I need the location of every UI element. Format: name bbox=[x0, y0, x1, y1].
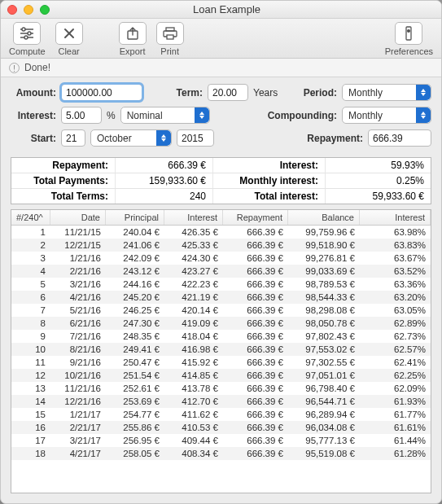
cell: 241.06 € bbox=[106, 239, 164, 252]
schedule-body[interactable]: 111/21/15240.04 €426.35 €666.39 €99,759.… bbox=[11, 226, 431, 493]
compounding-select[interactable]: Monthly bbox=[342, 107, 431, 124]
column-header[interactable]: Balance bbox=[288, 210, 360, 225]
column-header[interactable]: Repayment bbox=[223, 210, 288, 225]
compounding-value: Monthly bbox=[348, 110, 383, 121]
table-row[interactable]: 42/21/16243.12 €423.27 €666.39 €99,033.6… bbox=[11, 265, 431, 278]
cell: 250.47 € bbox=[106, 356, 164, 369]
cell: 7 bbox=[11, 304, 50, 317]
column-header[interactable]: #/240^ bbox=[11, 210, 50, 225]
table-row[interactable]: 1412/21/16253.69 €412.70 €666.39 €96,544… bbox=[11, 395, 431, 408]
table-row[interactable]: 212/21/15241.06 €425.33 €666.39 €99,518.… bbox=[11, 239, 431, 252]
cell: 408.34 € bbox=[164, 447, 223, 460]
svg-rect-11 bbox=[167, 35, 173, 39]
cell: 255.86 € bbox=[106, 421, 164, 434]
print-button[interactable]: Print bbox=[156, 22, 184, 56]
start-day-field[interactable] bbox=[61, 129, 85, 147]
table-row[interactable]: 184/21/17258.05 €408.34 €666.39 €95,519.… bbox=[11, 447, 431, 460]
cell: 1/21/17 bbox=[50, 408, 106, 421]
cell: 666.39 € bbox=[223, 304, 288, 317]
summary-value: 59.93% bbox=[326, 158, 431, 173]
table-row[interactable]: 119/21/16250.47 €415.92 €666.39 €97,302.… bbox=[11, 356, 431, 369]
cell: 14 bbox=[11, 395, 50, 408]
column-header[interactable]: Date bbox=[50, 210, 106, 225]
cell: 411.62 € bbox=[164, 408, 223, 421]
interest-field[interactable] bbox=[61, 107, 102, 124]
cell: 12/21/15 bbox=[50, 239, 106, 252]
table-row[interactable]: 108/21/16249.41 €416.98 €666.39 €97,553.… bbox=[11, 343, 431, 356]
cell: 256.95 € bbox=[106, 434, 164, 447]
table-row[interactable]: 31/21/16242.09 €424.30 €666.39 €99,276.8… bbox=[11, 252, 431, 265]
cell: 17 bbox=[11, 434, 50, 447]
term-field[interactable] bbox=[208, 84, 248, 101]
cell: 248.35 € bbox=[106, 330, 164, 343]
period-select[interactable]: Monthly bbox=[342, 84, 431, 101]
cell: 2 bbox=[11, 239, 50, 252]
cell: 63.83% bbox=[360, 239, 431, 252]
cell: 8 bbox=[11, 317, 50, 330]
cell: 98,050.78 € bbox=[288, 317, 360, 330]
interest-type-select[interactable]: Nominal bbox=[120, 107, 210, 124]
preferences-icon bbox=[403, 25, 414, 42]
summary-row: Repayment:666.39 €Interest:59.93% bbox=[11, 158, 431, 173]
amount-field[interactable] bbox=[61, 84, 142, 101]
clear-button[interactable]: Clear bbox=[55, 22, 83, 56]
table-row[interactable]: 151/21/17254.77 €411.62 €666.39 €96,289.… bbox=[11, 408, 431, 421]
table-row[interactable]: 53/21/16244.16 €422.23 €666.39 €98,789.5… bbox=[11, 278, 431, 291]
table-row[interactable]: 1311/21/16252.61 €413.78 €666.39 €96,798… bbox=[11, 382, 431, 395]
cell: 9 bbox=[11, 330, 50, 343]
cell: 96,034.08 € bbox=[288, 421, 360, 434]
chevron-updown-icon bbox=[195, 107, 209, 123]
summary-value: 59,933.60 € bbox=[326, 189, 431, 204]
cell: 426.35 € bbox=[164, 226, 223, 239]
schedule-header[interactable]: #/240^DatePrincipalInterestRepaymentBala… bbox=[11, 210, 431, 226]
cell: 11 bbox=[11, 356, 50, 369]
cell: 666.39 € bbox=[223, 447, 288, 460]
cell: 666.39 € bbox=[223, 343, 288, 356]
cell: 244.16 € bbox=[106, 278, 164, 291]
start-year-field[interactable] bbox=[177, 129, 214, 147]
toolbar: Compute Clear Export Prin bbox=[1, 19, 441, 59]
cell: 10 bbox=[11, 343, 50, 356]
table-row[interactable]: 86/21/16247.30 €419.09 €666.39 €98,050.7… bbox=[11, 317, 431, 330]
export-button[interactable]: Export bbox=[119, 22, 147, 56]
cell: 666.39 € bbox=[223, 395, 288, 408]
cell: 99,759.96 € bbox=[288, 226, 360, 239]
summary-value: 159,933.60 € bbox=[116, 173, 213, 189]
cell: 666.39 € bbox=[223, 252, 288, 265]
sliders-icon bbox=[19, 27, 35, 40]
svg-point-13 bbox=[408, 30, 410, 33]
svg-rect-12 bbox=[406, 27, 411, 40]
table-row[interactable]: 97/21/16248.35 €418.04 €666.39 €97,802.4… bbox=[11, 330, 431, 343]
column-header[interactable]: Interest bbox=[164, 210, 223, 225]
cell: 16 bbox=[11, 421, 50, 434]
cell: 666.39 € bbox=[223, 239, 288, 252]
column-header[interactable]: Principal bbox=[106, 210, 164, 225]
table-row[interactable]: 162/21/17255.86 €410.53 €666.39 €96,034.… bbox=[11, 421, 431, 434]
preferences-button[interactable]: Preferences bbox=[385, 22, 433, 56]
cell: 7/21/16 bbox=[50, 330, 106, 343]
app-window: Loan Example Compute Clear bbox=[0, 0, 442, 504]
cell: 666.39 € bbox=[223, 265, 288, 278]
repayment-field[interactable] bbox=[368, 129, 431, 147]
status-message: Done! bbox=[24, 62, 50, 73]
table-row[interactable]: 173/21/17256.95 €409.44 €666.39 €95,777.… bbox=[11, 434, 431, 447]
close-window-button[interactable] bbox=[7, 5, 17, 15]
table-row[interactable]: 111/21/15240.04 €426.35 €666.39 €99,759.… bbox=[11, 226, 431, 239]
cell: 422.23 € bbox=[164, 278, 223, 291]
window-title: Loan Example bbox=[19, 3, 435, 15]
table-row[interactable]: 75/21/16246.25 €420.14 €666.39 €98,298.0… bbox=[11, 304, 431, 317]
column-header[interactable]: Interest bbox=[360, 210, 431, 225]
cell: 2/21/16 bbox=[50, 265, 106, 278]
term-unit: Years bbox=[253, 87, 278, 99]
start-month-select[interactable]: October bbox=[90, 129, 172, 147]
table-row[interactable]: 1210/21/16251.54 €414.85 €666.39 €97,051… bbox=[11, 369, 431, 382]
table-row[interactable]: 64/21/16245.20 €421.19 €666.39 €98,544.3… bbox=[11, 291, 431, 304]
compute-button[interactable]: Compute bbox=[9, 22, 46, 56]
summary-label: Total Payments: bbox=[11, 173, 116, 189]
cell: 18 bbox=[11, 447, 50, 460]
cell: 6 bbox=[11, 291, 50, 304]
cell: 5/21/16 bbox=[50, 304, 106, 317]
preferences-label: Preferences bbox=[385, 46, 433, 56]
cell: 8/21/16 bbox=[50, 343, 106, 356]
summary-value: 666.39 € bbox=[116, 158, 213, 173]
